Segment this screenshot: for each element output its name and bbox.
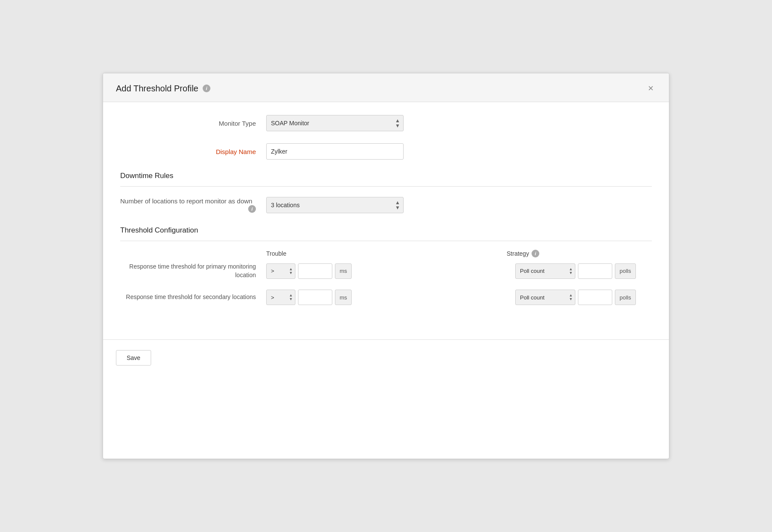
primary-trouble-controls: > < >= <= = ▲▼ ms <box>266 263 361 279</box>
primary-trouble-value-input[interactable] <box>298 263 332 279</box>
dialog-header: Add Threshold Profile i × <box>103 73 669 102</box>
downtime-rules-section: Downtime Rules Number of locations to re… <box>120 172 652 213</box>
secondary-op-select-wrapper: > < >= <= = ▲▼ <box>266 290 295 305</box>
display-name-row: Display Name <box>120 143 652 160</box>
threshold-config-divider <box>120 241 652 241</box>
strategy-info-icon[interactable]: i <box>532 250 539 257</box>
dialog-footer: Save <box>103 339 669 376</box>
monitor-type-select-wrapper: SOAP Monitor HTTP Monitor DNS Monitor SS… <box>266 115 404 131</box>
dialog-body: Monitor Type SOAP Monitor HTTP Monitor D… <box>103 102 669 331</box>
downtime-rules-title: Downtime Rules <box>120 172 652 180</box>
secondary-strategy-unit: polls <box>615 290 636 305</box>
trouble-column-header: Trouble <box>266 250 361 257</box>
threshold-config-title: Threshold Configuration <box>120 226 652 235</box>
threshold-row-secondary: Response time threshold for secondary lo… <box>120 290 652 305</box>
secondary-trouble-value-input[interactable] <box>298 290 332 305</box>
secondary-trouble-unit: ms <box>335 290 352 305</box>
primary-op-select-wrapper: > < >= <= = ▲▼ <box>266 263 295 279</box>
dialog-title-text: Add Threshold Profile <box>116 84 198 94</box>
primary-strategy-select[interactable]: Poll count Time duration <box>515 263 575 279</box>
secondary-location-label: Response time threshold for secondary lo… <box>120 293 266 302</box>
display-name-input[interactable] <box>266 143 404 160</box>
primary-strategy-select-wrapper: Poll count Time duration ▲▼ <box>515 263 575 279</box>
locations-select-wrapper: 1 location 2 locations 3 locations 4 loc… <box>266 197 404 213</box>
title-info-icon[interactable]: i <box>203 85 210 92</box>
locations-info-icon[interactable]: i <box>248 205 256 213</box>
primary-trouble-unit: ms <box>335 263 352 279</box>
display-name-label: Display Name <box>120 148 266 155</box>
threshold-headers: Trouble Strategy i <box>120 250 652 257</box>
secondary-strategy-controls: Poll count Time duration ▲▼ polls <box>515 290 636 305</box>
secondary-strategy-select[interactable]: Poll count Time duration <box>515 290 575 305</box>
secondary-strategy-count-input[interactable] <box>578 290 612 305</box>
secondary-trouble-controls: > < >= <= = ▲▼ ms <box>266 290 361 305</box>
save-button[interactable]: Save <box>116 350 151 366</box>
monitor-type-row: Monitor Type SOAP Monitor HTTP Monitor D… <box>120 115 652 131</box>
primary-strategy-count-input[interactable] <box>578 263 612 279</box>
downtime-rules-divider <box>120 186 652 187</box>
dialog-title-group: Add Threshold Profile i <box>116 84 210 94</box>
secondary-strategy-select-wrapper: Poll count Time duration ▲▼ <box>515 290 575 305</box>
add-threshold-profile-dialog: Add Threshold Profile i × Monitor Type S… <box>103 73 669 459</box>
monitor-type-label: Monitor Type <box>120 120 266 127</box>
strategy-column-header: Strategy i <box>507 250 627 257</box>
locations-select[interactable]: 1 location 2 locations 3 locations 4 loc… <box>266 197 404 213</box>
primary-strategy-unit: polls <box>615 263 636 279</box>
close-button[interactable]: × <box>645 83 656 94</box>
threshold-row-primary: Response time threshold for primary moni… <box>120 263 652 279</box>
monitor-type-select[interactable]: SOAP Monitor HTTP Monitor DNS Monitor SS… <box>266 115 404 131</box>
primary-location-label: Response time threshold for primary moni… <box>120 263 266 279</box>
primary-op-select[interactable]: > < >= <= = <box>266 263 295 279</box>
primary-strategy-controls: Poll count Time duration ▲▼ polls <box>515 263 636 279</box>
secondary-op-select[interactable]: > < >= <= = <box>266 290 295 305</box>
locations-label: Number of locations to report monitor as… <box>120 197 266 213</box>
threshold-config-section: Threshold Configuration Trouble Strategy… <box>120 226 652 305</box>
locations-row: Number of locations to report monitor as… <box>120 197 652 213</box>
